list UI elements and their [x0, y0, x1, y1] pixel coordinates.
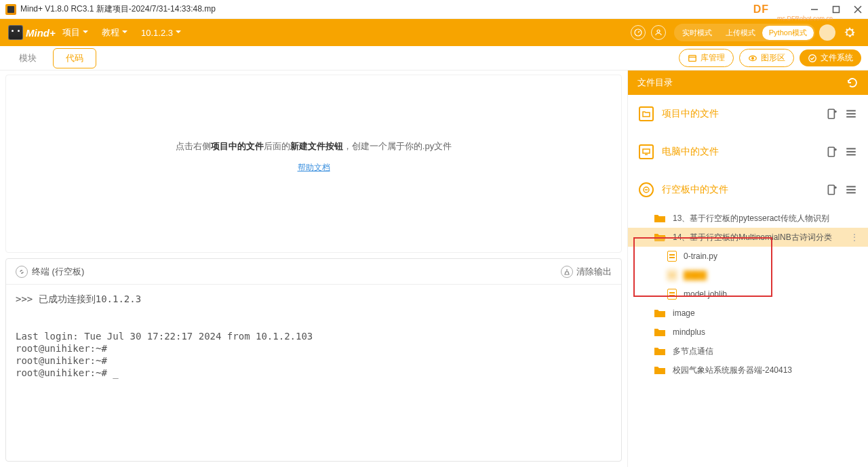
- svg-rect-8: [846, 110, 856, 111]
- graphics-area-button[interactable]: 图形区: [739, 49, 794, 67]
- svg-rect-3: [689, 55, 696, 61]
- svg-rect-14: [846, 151, 856, 153]
- chevron-down-icon: [122, 28, 127, 38]
- file-system-button[interactable]: 文件系统: [800, 49, 861, 66]
- tree-file[interactable]: model.joblib: [628, 285, 868, 304]
- library-manager-button[interactable]: 库管理: [679, 49, 734, 67]
- tree-folder-selected[interactable]: 14、基于行空板的MultinomialNB古诗词分类⋮: [628, 228, 868, 247]
- dashboard-icon[interactable]: [631, 25, 646, 40]
- menu-ip[interactable]: 10.1.2.3: [134, 28, 188, 38]
- menu-icon[interactable]: [845, 108, 857, 120]
- tree-folder[interactable]: 多节点通信: [628, 342, 868, 361]
- svg-point-5: [752, 57, 754, 59]
- tab-code[interactable]: 代码: [53, 48, 96, 68]
- folder-icon: [654, 365, 666, 375]
- svg-rect-17: [828, 185, 834, 195]
- help-link[interactable]: 帮助文档: [6, 162, 621, 174]
- chevron-down-icon: [176, 28, 181, 38]
- maximize-button[interactable]: [831, 5, 841, 14]
- svg-point-2: [657, 30, 660, 33]
- section-computer-files[interactable]: 电脑中的文件: [628, 133, 868, 171]
- mode-switcher: 实时模式 上传模式 Python模式: [674, 24, 815, 41]
- watermark: DF: [753, 3, 769, 16]
- svg-rect-15: [846, 154, 856, 155]
- minimize-button[interactable]: [810, 5, 819, 14]
- svg-rect-13: [846, 148, 856, 149]
- tree-file[interactable]: 0-train.py: [628, 247, 868, 266]
- tab-blocks[interactable]: 模块: [7, 49, 49, 68]
- eye-icon: [748, 54, 757, 63]
- folder-icon: [654, 308, 666, 318]
- user-icon[interactable]: [651, 25, 666, 40]
- file-icon: [667, 251, 677, 262]
- menu-project[interactable]: 项目: [56, 26, 95, 39]
- new-file-icon[interactable]: [826, 108, 838, 120]
- more-icon[interactable]: ⋮: [850, 232, 860, 243]
- editor-placeholder: 点击右侧项目中的文件后面的新建文件按钮，创建一个属于你的.py文件 帮助文档: [6, 140, 621, 174]
- refresh-icon[interactable]: [846, 77, 859, 89]
- menu-icon[interactable]: [845, 146, 857, 158]
- mode-realtime-button[interactable]: 实时模式: [675, 26, 719, 40]
- tree-folder[interactable]: 13、基于行空板的pytesseract传统人物识别: [628, 209, 868, 228]
- close-button[interactable]: [853, 5, 863, 14]
- folder-icon: [654, 346, 666, 356]
- tree-folder[interactable]: 校园气象站系统服务器端-240413: [628, 361, 868, 380]
- mode-upload-button[interactable]: 上传模式: [719, 26, 762, 40]
- avatar[interactable]: [819, 24, 835, 41]
- file-icon: [667, 270, 677, 281]
- svg-rect-9: [846, 113, 856, 115]
- clear-output-button[interactable]: 清除输出: [561, 266, 612, 278]
- terminal-panel: 终端 (行空板) 清除输出 >>> 已成功连接到10.1.2.3 Last lo…: [5, 258, 622, 462]
- terminal-output[interactable]: >>> 已成功连接到10.1.2.3 Last login: Tue Jul 3…: [6, 285, 621, 461]
- app-icon: [5, 4, 16, 15]
- svg-rect-20: [846, 192, 856, 193]
- svg-rect-11: [643, 149, 650, 153]
- books-icon: [688, 54, 697, 63]
- main-toolbar: Mind+ 项目 教程 10.1.2.3 实时模式 上传模式 Python模式: [0, 19, 868, 46]
- section-board-files[interactable]: 行空板中的文件: [628, 171, 868, 209]
- menu-tutorial[interactable]: 教程: [95, 26, 134, 39]
- subbar: 模块 代码 库管理 图形区 文件系统: [0, 46, 868, 70]
- svg-rect-12: [828, 147, 834, 157]
- svg-rect-7: [828, 109, 834, 119]
- broom-icon: [561, 266, 573, 278]
- settings-icon[interactable]: [842, 25, 857, 40]
- app-logo: Mind+: [8, 24, 56, 41]
- window-titlebar: Mind+ V1.8.0 RC3.1 新建项目-2024/7/31-14:33:…: [0, 0, 868, 19]
- check-circle-icon: [808, 54, 817, 63]
- svg-rect-19: [846, 189, 856, 190]
- new-file-icon[interactable]: [826, 184, 838, 196]
- watermark-url: mc.DFRobot.com.cn: [777, 15, 833, 22]
- menu-icon[interactable]: [845, 184, 857, 196]
- new-file-icon[interactable]: [826, 146, 838, 158]
- chevron-down-icon: [83, 28, 88, 38]
- section-project-files[interactable]: 项目中的文件: [628, 95, 868, 133]
- folder-icon: [654, 327, 666, 337]
- folder-icon: [639, 106, 654, 121]
- editor-area: 点击右侧项目中的文件后面的新建文件按钮，创建一个属于你的.py文件 帮助文档: [5, 75, 622, 253]
- board-icon: [639, 182, 654, 197]
- svg-rect-0: [833, 6, 840, 12]
- link-icon: [16, 266, 28, 278]
- window-title: Mind+ V1.8.0 RC3.1 新建项目-2024/7/31-14:33:…: [20, 3, 216, 15]
- svg-rect-18: [846, 186, 856, 187]
- file-panel: 文件目录 项目中的文件 电脑中的文件 行空板中的文件 13、基于行空板的pyte…: [627, 70, 868, 467]
- tree-folder[interactable]: mindplus: [628, 323, 868, 342]
- file-icon: [667, 289, 677, 300]
- terminal-title: 终端 (行空板): [32, 266, 84, 278]
- tree-folder[interactable]: image: [628, 304, 868, 323]
- mode-python-button[interactable]: Python模式: [762, 26, 814, 40]
- svg-rect-10: [846, 116, 856, 117]
- tree-file-blurred[interactable]: ████: [628, 266, 868, 285]
- file-panel-title: 文件目录: [637, 77, 673, 89]
- folder-icon: [654, 214, 666, 223]
- folder-open-icon: [654, 232, 666, 242]
- monitor-icon: [639, 144, 654, 159]
